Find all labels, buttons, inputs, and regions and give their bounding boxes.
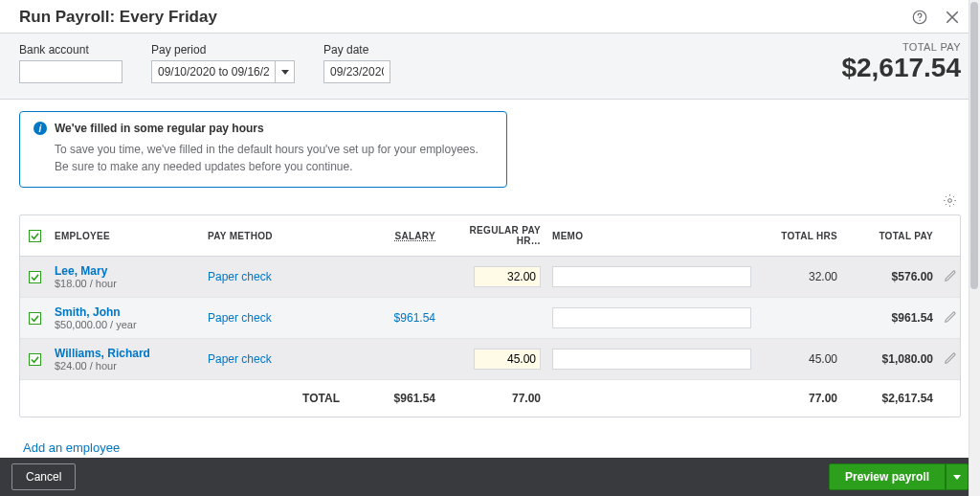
th-paymethod: PAY METHOD [202, 221, 345, 251]
total-hours: 32.00 [757, 268, 843, 285]
row-total-pay: $961.54 [843, 309, 939, 327]
bank-label: Bank account [19, 43, 122, 56]
info-icon: i [33, 122, 47, 135]
table-row: Smith, John$50,000.00 / yearPaper check$… [20, 298, 960, 339]
footer-bar: Cancel Preview payroll [0, 458, 980, 496]
salary-link [345, 357, 441, 361]
select-all-checkbox[interactable] [29, 230, 41, 242]
preview-payroll-button[interactable]: Preview payroll [829, 463, 946, 490]
th-employee: EMPLOYEE [49, 221, 202, 251]
pay-method-link[interactable]: Paper check [202, 268, 345, 285]
employee-rate: $24.00 / hour [55, 360, 196, 372]
employee-rate: $50,000.00 / year [55, 319, 196, 330]
pay-method-link[interactable]: Paper check [202, 350, 345, 368]
regular-hours-input[interactable] [474, 266, 541, 287]
employee-name-link[interactable]: Smith, John [55, 305, 196, 319]
help-icon[interactable] [911, 9, 928, 26]
memo-input[interactable] [552, 307, 751, 328]
inputs-row: Bank account Pay period Pay date TOTAL P… [0, 34, 980, 100]
pay-period-dropdown[interactable] [276, 60, 295, 83]
cancel-button[interactable]: Cancel [11, 463, 76, 490]
info-body: To save you time, we've filled in the de… [55, 141, 493, 175]
pencil-icon[interactable] [944, 269, 957, 285]
tfoot-totalhrs: 77.00 [757, 390, 843, 407]
memo-input[interactable] [552, 349, 751, 370]
row-checkbox[interactable] [29, 271, 41, 283]
info-title: We've filled in some regular pay hours [55, 122, 264, 135]
bank-account-input[interactable] [19, 60, 122, 83]
regular-hours-input[interactable] [474, 349, 541, 370]
th-totalpay: TOTAL PAY [843, 221, 939, 251]
total-pay-amount: $2,617.54 [841, 53, 961, 83]
pay-date-input[interactable] [323, 60, 390, 83]
table-row: Williams, Richard$24.00 / hourPaper chec… [20, 339, 960, 380]
th-regpay: REGULAR PAY HR… [441, 215, 546, 256]
th-totalhrs: TOTAL HRS [757, 221, 843, 251]
table-row: Lee, Mary$18.00 / hourPaper check32.00$5… [20, 257, 960, 298]
page-header: Run Payroll: Every Friday [0, 0, 980, 29]
preview-payroll-dropdown[interactable] [946, 463, 969, 490]
add-employee-link[interactable]: Add an employee [23, 440, 120, 455]
row-total-pay: $576.00 [843, 268, 939, 285]
payroll-table: EMPLOYEE PAY METHOD SALARY REGULAR PAY H… [19, 214, 961, 417]
salary-link[interactable]: $961.54 [345, 309, 441, 327]
total-hours [757, 316, 843, 320]
pencil-icon[interactable] [944, 351, 957, 368]
row-checkbox[interactable] [29, 353, 41, 366]
salary-link [345, 275, 441, 279]
tfoot-reghrs: 77.00 [441, 390, 546, 407]
paydate-label: Pay date [323, 43, 390, 56]
close-icon[interactable] [944, 9, 961, 26]
scrollbar-track [969, 0, 980, 496]
pay-period-input[interactable] [151, 60, 276, 83]
th-memo: MEMO [546, 221, 757, 251]
info-banner: i We've filled in some regular pay hours… [19, 111, 507, 188]
memo-input[interactable] [552, 266, 751, 287]
row-total-pay: $1,080.00 [843, 350, 939, 368]
scrollbar-thumb[interactable] [970, 2, 978, 289]
svg-point-2 [948, 199, 952, 203]
th-salary[interactable]: SALARY [345, 221, 441, 251]
employee-name-link[interactable]: Lee, Mary [55, 264, 196, 278]
tfoot-salary: $961.54 [345, 390, 441, 407]
total-hours: 45.00 [757, 350, 843, 368]
page-title: Run Payroll: Every Friday [19, 8, 217, 27]
pay-method-link[interactable]: Paper check [202, 309, 345, 327]
payperiod-label: Pay period [151, 43, 295, 56]
svg-point-1 [919, 19, 920, 20]
employee-rate: $18.00 / hour [55, 278, 196, 289]
row-checkbox[interactable] [29, 312, 41, 325]
pencil-icon[interactable] [944, 310, 957, 327]
total-pay-label: TOTAL PAY [841, 41, 961, 53]
gear-icon[interactable] [943, 193, 957, 208]
employee-name-link[interactable]: Williams, Richard [55, 347, 196, 360]
tfoot-label: TOTAL [202, 390, 345, 407]
tfoot-totalpay: $2,617.54 [843, 390, 939, 407]
